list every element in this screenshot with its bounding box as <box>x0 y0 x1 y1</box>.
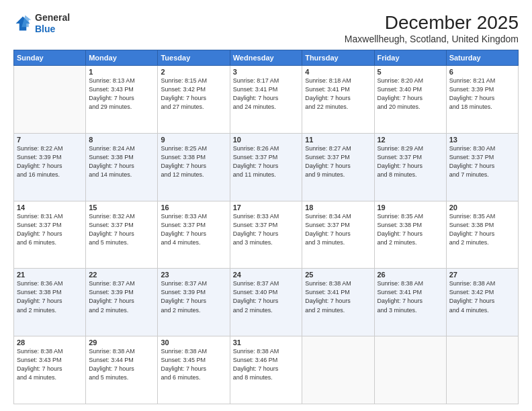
location: Maxwellheugh, Scotland, United Kingdom <box>345 34 519 44</box>
day-info: Sunrise: 8:33 AM Sunset: 3:37 PM Dayligh… <box>233 212 299 247</box>
day-number: 17 <box>233 203 299 212</box>
calendar-week-row: 1Sunrise: 8:13 AM Sunset: 3:43 PM Daylig… <box>14 66 519 134</box>
calendar-cell: 20Sunrise: 8:35 AM Sunset: 3:38 PM Dayli… <box>446 201 518 269</box>
day-info: Sunrise: 8:38 AM Sunset: 3:44 PM Dayligh… <box>89 347 154 382</box>
day-info: Sunrise: 8:32 AM Sunset: 3:37 PM Dayligh… <box>89 212 154 247</box>
calendar-week-row: 7Sunrise: 8:22 AM Sunset: 3:39 PM Daylig… <box>14 133 519 201</box>
day-info: Sunrise: 8:29 AM Sunset: 3:37 PM Dayligh… <box>378 144 443 179</box>
calendar-cell: 30Sunrise: 8:38 AM Sunset: 3:45 PM Dayli… <box>158 336 230 404</box>
day-info: Sunrise: 8:38 AM Sunset: 3:43 PM Dayligh… <box>17 347 83 382</box>
day-number: 14 <box>17 203 83 212</box>
logo-blue-text: Blue <box>35 24 55 34</box>
calendar-cell: 29Sunrise: 8:38 AM Sunset: 3:44 PM Dayli… <box>86 336 158 404</box>
calendar-cell: 15Sunrise: 8:32 AM Sunset: 3:37 PM Dayli… <box>86 201 158 269</box>
weekday-header: Sunday <box>14 50 86 66</box>
month-title: December 2025 <box>345 12 519 34</box>
logo-general-text: General <box>35 12 70 23</box>
calendar-cell: 28Sunrise: 8:38 AM Sunset: 3:43 PM Dayli… <box>14 336 86 404</box>
calendar-cell <box>302 336 374 404</box>
calendar-cell: 25Sunrise: 8:38 AM Sunset: 3:41 PM Dayli… <box>302 269 374 336</box>
title-block: December 2025 Maxwellheugh, Scotland, Un… <box>345 12 519 44</box>
weekday-header: Wednesday <box>230 50 302 66</box>
day-number: 24 <box>233 271 299 279</box>
calendar-cell: 17Sunrise: 8:33 AM Sunset: 3:37 PM Dayli… <box>230 201 302 269</box>
day-info: Sunrise: 8:37 AM Sunset: 3:39 PM Dayligh… <box>89 279 154 314</box>
day-info: Sunrise: 8:38 AM Sunset: 3:46 PM Dayligh… <box>233 347 299 382</box>
day-number: 18 <box>305 203 371 212</box>
logo: General Blue <box>13 12 70 35</box>
day-info: Sunrise: 8:35 AM Sunset: 3:38 PM Dayligh… <box>378 212 443 247</box>
calendar-cell: 31Sunrise: 8:38 AM Sunset: 3:46 PM Dayli… <box>230 336 302 404</box>
day-info: Sunrise: 8:36 AM Sunset: 3:38 PM Dayligh… <box>17 279 83 314</box>
day-number: 12 <box>378 136 443 144</box>
day-number: 23 <box>161 271 226 279</box>
day-number: 13 <box>449 136 515 144</box>
calendar-cell: 23Sunrise: 8:37 AM Sunset: 3:39 PM Dayli… <box>158 269 230 336</box>
calendar-week-row: 28Sunrise: 8:38 AM Sunset: 3:43 PM Dayli… <box>14 336 519 404</box>
day-number: 30 <box>161 338 226 347</box>
weekday-header: Friday <box>374 50 446 66</box>
calendar-cell: 6Sunrise: 8:21 AM Sunset: 3:39 PM Daylig… <box>446 66 518 134</box>
day-number: 4 <box>305 68 371 76</box>
day-number: 3 <box>233 68 299 76</box>
day-info: Sunrise: 8:37 AM Sunset: 3:40 PM Dayligh… <box>233 279 299 314</box>
day-info: Sunrise: 8:15 AM Sunset: 3:42 PM Dayligh… <box>161 77 226 111</box>
day-number: 1 <box>89 68 154 76</box>
day-info: Sunrise: 8:21 AM Sunset: 3:39 PM Dayligh… <box>449 77 515 111</box>
calendar-cell: 26Sunrise: 8:38 AM Sunset: 3:41 PM Dayli… <box>374 269 446 336</box>
calendar-cell: 14Sunrise: 8:31 AM Sunset: 3:37 PM Dayli… <box>14 201 86 269</box>
calendar-week-row: 14Sunrise: 8:31 AM Sunset: 3:37 PM Dayli… <box>14 201 519 269</box>
day-number: 28 <box>17 338 83 347</box>
day-info: Sunrise: 8:38 AM Sunset: 3:45 PM Dayligh… <box>161 347 226 382</box>
calendar-cell: 12Sunrise: 8:29 AM Sunset: 3:37 PM Dayli… <box>374 133 446 201</box>
day-info: Sunrise: 8:27 AM Sunset: 3:37 PM Dayligh… <box>305 144 371 179</box>
day-number: 5 <box>378 68 443 76</box>
day-info: Sunrise: 8:17 AM Sunset: 3:41 PM Dayligh… <box>233 77 299 111</box>
calendar-week-row: 21Sunrise: 8:36 AM Sunset: 3:38 PM Dayli… <box>14 269 519 336</box>
page: General Blue December 2025 Maxwellheugh,… <box>0 0 532 411</box>
day-number: 19 <box>378 203 443 212</box>
weekday-header: Thursday <box>302 50 374 66</box>
day-info: Sunrise: 8:38 AM Sunset: 3:41 PM Dayligh… <box>378 279 443 314</box>
calendar-cell: 3Sunrise: 8:17 AM Sunset: 3:41 PM Daylig… <box>230 66 302 134</box>
day-info: Sunrise: 8:38 AM Sunset: 3:41 PM Dayligh… <box>305 279 371 314</box>
day-info: Sunrise: 8:31 AM Sunset: 3:37 PM Dayligh… <box>17 212 83 247</box>
day-info: Sunrise: 8:33 AM Sunset: 3:37 PM Dayligh… <box>161 212 226 247</box>
calendar-cell: 21Sunrise: 8:36 AM Sunset: 3:38 PM Dayli… <box>14 269 86 336</box>
day-number: 27 <box>449 271 515 279</box>
calendar-cell: 11Sunrise: 8:27 AM Sunset: 3:37 PM Dayli… <box>302 133 374 201</box>
day-number: 20 <box>449 203 515 212</box>
calendar-cell <box>14 66 86 134</box>
weekday-header: Saturday <box>446 50 518 66</box>
calendar-cell: 13Sunrise: 8:30 AM Sunset: 3:37 PM Dayli… <box>446 133 518 201</box>
day-number: 7 <box>17 136 83 144</box>
day-info: Sunrise: 8:30 AM Sunset: 3:37 PM Dayligh… <box>449 144 515 179</box>
day-number: 15 <box>89 203 154 212</box>
calendar-cell: 10Sunrise: 8:26 AM Sunset: 3:37 PM Dayli… <box>230 133 302 201</box>
day-info: Sunrise: 8:37 AM Sunset: 3:39 PM Dayligh… <box>161 279 226 314</box>
header: General Blue December 2025 Maxwellheugh,… <box>13 12 519 44</box>
day-number: 11 <box>305 136 371 144</box>
calendar-cell: 16Sunrise: 8:33 AM Sunset: 3:37 PM Dayli… <box>158 201 230 269</box>
day-number: 2 <box>161 68 226 76</box>
day-number: 9 <box>161 136 226 144</box>
calendar-cell: 22Sunrise: 8:37 AM Sunset: 3:39 PM Dayli… <box>86 269 158 336</box>
weekday-header: Monday <box>86 50 158 66</box>
day-info: Sunrise: 8:22 AM Sunset: 3:39 PM Dayligh… <box>17 144 83 179</box>
day-number: 10 <box>233 136 299 144</box>
day-info: Sunrise: 8:24 AM Sunset: 3:38 PM Dayligh… <box>89 144 154 179</box>
calendar-cell: 27Sunrise: 8:38 AM Sunset: 3:42 PM Dayli… <box>446 269 518 336</box>
day-info: Sunrise: 8:26 AM Sunset: 3:37 PM Dayligh… <box>233 144 299 179</box>
day-info: Sunrise: 8:18 AM Sunset: 3:41 PM Dayligh… <box>305 77 371 111</box>
calendar-cell: 4Sunrise: 8:18 AM Sunset: 3:41 PM Daylig… <box>302 66 374 134</box>
day-number: 22 <box>89 271 154 279</box>
day-info: Sunrise: 8:13 AM Sunset: 3:43 PM Dayligh… <box>89 77 154 111</box>
day-number: 25 <box>305 271 371 279</box>
calendar-cell: 8Sunrise: 8:24 AM Sunset: 3:38 PM Daylig… <box>86 133 158 201</box>
day-number: 8 <box>89 136 154 144</box>
calendar-cell: 24Sunrise: 8:37 AM Sunset: 3:40 PM Dayli… <box>230 269 302 336</box>
day-info: Sunrise: 8:20 AM Sunset: 3:40 PM Dayligh… <box>378 77 443 111</box>
day-info: Sunrise: 8:35 AM Sunset: 3:38 PM Dayligh… <box>449 212 515 247</box>
day-number: 16 <box>161 203 226 212</box>
calendar-cell: 9Sunrise: 8:25 AM Sunset: 3:38 PM Daylig… <box>158 133 230 201</box>
